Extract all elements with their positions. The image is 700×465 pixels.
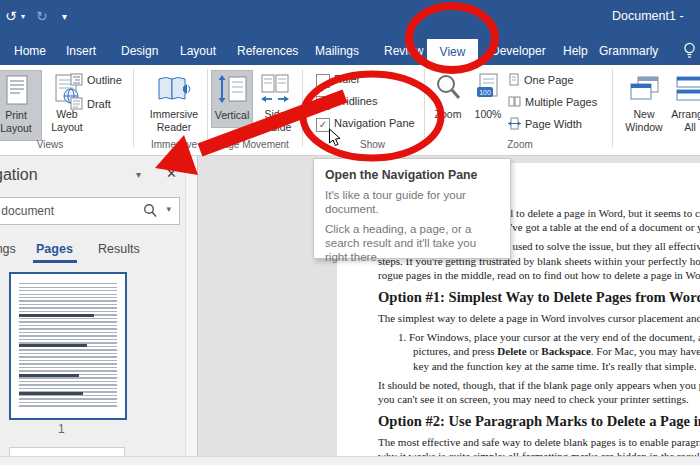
page-width-icon — [508, 117, 521, 130]
page-width-button[interactable]: Page Width — [508, 117, 582, 130]
ruler-label: Ruler — [334, 73, 360, 85]
doc-paragraph: It should be noted, though, that if the … — [378, 378, 700, 406]
tell-me-lightbulb-icon[interactable] — [683, 42, 696, 59]
draft-label: Draft — [87, 98, 111, 110]
undo-icon[interactable]: ↺ — [5, 8, 17, 24]
print-layout-label: Print Layout — [0, 109, 41, 134]
zoom-100-button[interactable]: 100 100% — [470, 70, 506, 126]
navigation-pane-title: Navigation — [0, 166, 38, 184]
ribbon-separator — [133, 69, 134, 147]
immersive-group-label: Immersive — [143, 139, 205, 150]
tab-insert[interactable]: Insert — [66, 44, 96, 58]
side-to-side-label: Side — [253, 108, 297, 121]
multiple-pages-button[interactable]: Multiple Pages — [508, 95, 597, 108]
ribbon-view-tab: Print Layout Web Layout Outline Draft — [0, 65, 700, 156]
search-options-icon[interactable]: ▾ — [166, 204, 171, 214]
print-layout-button[interactable]: Print Layout — [0, 70, 42, 141]
tab-layout[interactable]: Layout — [180, 44, 216, 58]
doc-heading: Option #1: Simplest Way to Delete Pages … — [378, 287, 700, 307]
doc-heading: Option #2: Use Paragraph Marks to Delete… — [378, 411, 700, 431]
arrange-all-label: Arrange — [668, 108, 700, 121]
nav-tab-pages[interactable]: Pages — [36, 242, 73, 256]
navigation-pane: Navigation ▾ ✕ Search document ▾ Heading… — [0, 156, 198, 456]
immersive-reader-button[interactable]: Immersive Reader — [141, 70, 207, 139]
new-window-button[interactable]: New Window — [622, 70, 666, 139]
gridlines-checkbox[interactable] — [316, 96, 330, 110]
horizontal-scrollbar[interactable] — [0, 456, 700, 465]
document-title: Document1 - — [612, 9, 684, 23]
views-group-label: Views — [10, 139, 90, 150]
tab-view-active[interactable]: View — [427, 39, 478, 65]
page-number-label: 1 — [58, 422, 65, 436]
undo-dropdown-icon[interactable]: ▾ — [21, 12, 25, 21]
ribbon-separator — [302, 69, 303, 147]
draft-icon — [70, 97, 83, 110]
outline-icon — [70, 73, 83, 86]
ribbon-separator — [424, 69, 425, 147]
multiple-pages-icon — [508, 95, 521, 108]
gridlines-label: Gridlines — [334, 95, 377, 107]
nav-tab-results[interactable]: Results — [98, 242, 140, 256]
page-movement-group-label: Page Movement — [205, 139, 300, 150]
tab-review[interactable]: Review — [384, 44, 423, 58]
new-window-icon — [630, 76, 660, 102]
vertical-button[interactable]: Vertical — [211, 70, 253, 128]
thumbnail-heading-bar — [19, 344, 87, 347]
search-input[interactable]: Search document ▾ — [0, 197, 180, 225]
tab-design[interactable]: Design — [121, 44, 158, 58]
word-window: ↺ ▾ ↻ ▾ Document1 - Home Insert Design L… — [0, 0, 700, 465]
arrange-all-icon — [676, 76, 700, 102]
show-group-label: Show — [330, 139, 415, 150]
outline-button[interactable]: Outline — [70, 73, 122, 86]
tab-references[interactable]: References — [237, 44, 298, 58]
thumbnail-heading-bar — [19, 374, 79, 377]
page-width-label: Page Width — [525, 118, 582, 130]
tab-grammarly[interactable]: Grammarly — [599, 44, 658, 58]
page-thumbnail-1[interactable] — [9, 272, 127, 420]
tab-help[interactable]: Help — [563, 44, 588, 58]
tab-mailings[interactable]: Mailings — [315, 44, 359, 58]
immersive-reader-label: Immersive — [141, 108, 207, 121]
one-page-label: One Page — [524, 74, 574, 86]
tooltip-body: It's like a tour guide for your document… — [325, 188, 501, 216]
svg-text:100: 100 — [479, 89, 491, 96]
nav-tab-headings[interactable]: Headings — [0, 242, 16, 256]
tooltip-body: Click a heading, a page, or a search res… — [325, 222, 501, 264]
nav-pane-scrollbar[interactable] — [185, 156, 198, 456]
tab-developer[interactable]: Developer — [491, 44, 546, 58]
active-tab-underline — [33, 260, 77, 263]
immersive-reader-icon — [157, 75, 193, 105]
ribbon-separator — [612, 69, 613, 147]
mouse-cursor-icon — [328, 128, 342, 147]
thumbnail-heading-bar — [19, 392, 83, 395]
side-to-side-icon — [260, 74, 290, 104]
zoom-button[interactable]: Zoom — [428, 70, 468, 126]
arrange-all-label2: All — [668, 121, 700, 134]
navigation-pane-close-icon[interactable]: ✕ — [166, 166, 177, 181]
navigation-pane-menu-icon[interactable]: ▾ — [136, 169, 141, 180]
quick-access-customize-icon[interactable]: ▾ — [62, 11, 67, 22]
search-icon[interactable] — [143, 203, 157, 218]
page-thumbnail-2[interactable] — [9, 447, 125, 456]
vertical-icon — [217, 75, 247, 103]
thumbnail-heading-bar — [19, 314, 94, 317]
one-page-button[interactable]: One Page — [508, 73, 574, 86]
arrange-all-button[interactable]: Arrange All — [668, 70, 700, 139]
immersive-reader-label2: Reader — [141, 121, 207, 134]
redo-icon[interactable]: ↻ — [36, 8, 48, 24]
tab-home[interactable]: Home — [14, 44, 46, 58]
new-window-label2: Window — [622, 121, 666, 134]
zoom-100-label: 100% — [470, 108, 506, 121]
vertical-label: Vertical — [212, 109, 252, 122]
side-to-side-label2: to Side — [253, 121, 297, 134]
ruler-checkbox[interactable] — [316, 74, 330, 88]
navigation-pane-label: Navigation Pane — [334, 117, 415, 129]
zoom-100-icon: 100 — [476, 73, 502, 102]
navigation-pane-tooltip: Open the Navigation Pane It's like a tou… — [313, 158, 511, 259]
side-to-side-button[interactable]: Side to Side — [253, 70, 297, 139]
ribbon-separator — [207, 69, 208, 147]
multiple-pages-label: Multiple Pages — [525, 96, 597, 108]
web-layout-label: Web Layout — [43, 108, 91, 133]
draft-button[interactable]: Draft — [70, 97, 111, 110]
zoom-group-label: Zoom — [480, 139, 560, 150]
